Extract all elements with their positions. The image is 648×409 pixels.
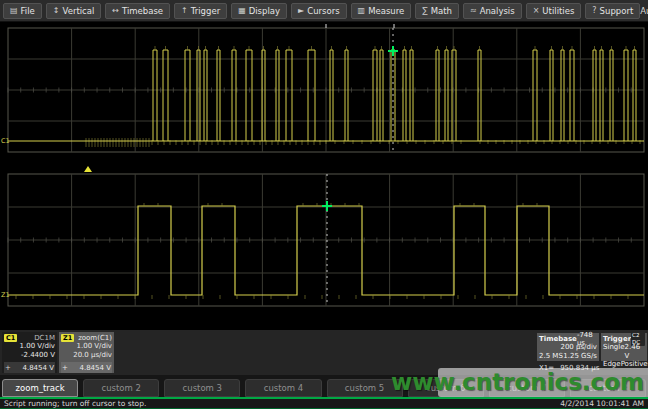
c1-cursor-readout: 4.8454 V [22,364,54,372]
c1-coupling: DC1M [34,334,55,342]
menu-vertical-button[interactable]: ↕Vertical [46,3,102,19]
c1-pulse [550,50,553,141]
menu-label: Support [600,6,634,16]
tab-custom-2[interactable]: custom 2 [83,379,159,397]
waveform-display: C1Z1 [0,22,648,330]
menu-label: Cursors [307,6,339,16]
menu-file-button[interactable]: ▤File [3,3,42,19]
c1-pulse [452,50,456,141]
trigger-delay-marker [84,166,92,172]
menu-trigger-button[interactable]: ↑Trigger [174,3,227,19]
c1-pulse [533,50,537,141]
menu-label: File [21,6,35,16]
c1-pulse [217,50,220,141]
timebase-rate: 1.25 GS/s [563,352,597,361]
track-cursor-icon: + [62,364,68,372]
trigger-mode: Single [603,343,625,360]
menu-analysis-button[interactable]: ≈Analysis [463,3,522,19]
c1-offset: -2.4400 V [4,351,55,360]
status-message: Script running; turn off cursor to stop. [4,399,146,408]
cursors-icon: ► [298,7,304,15]
c1-pulse [600,50,603,141]
menu-measure-button[interactable]: ▥Measure [351,3,412,19]
c1-trace-label: C1 [1,137,10,145]
tab-custom-4[interactable]: custom 4 [245,379,321,397]
c1-pulse [185,50,190,141]
status-bar: Script running; turn off cursor to stop.… [0,397,648,409]
menu-bar: ▤File↕Vertical↔Timebase↑Trigger▦Display►… [0,0,648,22]
timebase-scale: 200 µs/div [560,343,597,352]
c1-pulse [246,50,252,141]
channel-c1-descriptor[interactable]: C1 DC1M 1.00 V/div -2.4400 V + 4.8454 V [2,332,57,373]
c1-pulse [232,50,236,141]
trigger-icon: ↑ [181,7,188,15]
support-icon: ? [592,7,596,15]
c1-pulse [153,50,157,141]
timebase-title: Timebase [539,335,577,343]
c1-scale: 1.00 V/div [4,342,55,351]
c1-pulse [163,50,168,141]
menu-label: Display [249,6,280,16]
utilities-icon: × [533,7,540,15]
timebase-samples: 2.5 MS [539,352,563,361]
c1-pulse [262,50,265,141]
menu-utilities-button[interactable]: ×Utilities [526,3,582,19]
c1-pulse [380,50,383,141]
z1-source: zoom(C1) [78,334,112,342]
c1-pulse [276,50,279,141]
analysis-icon: ≈ [470,7,477,15]
c1-pulse [610,50,613,141]
c1-pulse [478,50,481,141]
c1-pulse [373,50,377,141]
status-datetime: 4/2/2014 10:01:41 AM [560,399,644,408]
c1-pulse [445,50,448,141]
c1-pulse [308,50,315,141]
c1-pulse [410,50,413,141]
tab-zoom_track[interactable]: zoom_track [2,379,78,397]
menu-label: Timebase [122,6,163,16]
measure-icon: ▥ [358,7,366,15]
c1-pulse [403,50,406,141]
c1-pulse [286,50,292,141]
c1-pulse [624,50,628,141]
c1-pulse [570,50,574,141]
c1-pulse [330,50,333,141]
timebase-descriptor[interactable]: Timebase -748 µs 200 µs/div 2.5 MS 1.25 … [537,333,599,361]
watermark: www.cntronics.com [391,369,644,395]
oscilloscope-screen: ▤File↕Vertical↔Timebase↑Trigger▦Display►… [0,0,648,409]
menu-display-button[interactable]: ▦Display [231,3,287,19]
math-icon: ∑ [422,7,427,15]
tab-custom-3[interactable]: custom 3 [164,379,240,397]
track-cursor-icon: + [5,364,11,372]
menu-cursors-button[interactable]: ►Cursors [291,3,347,19]
z1-badge: Z1 [61,334,74,342]
c1-pulse [633,50,636,141]
c1-pulse [561,50,564,141]
waveform-area: C1Z1 [0,22,648,330]
menu-support-button[interactable]: ?Support [585,3,640,19]
menu-label: Analysis [480,6,515,16]
trigger-title: Trigger [603,335,631,343]
c1-pulse [436,50,439,141]
c1-pulse [593,50,596,141]
autoset-button[interactable]: Autoset [640,6,648,16]
timebase-icon: ↔ [112,7,119,15]
display-icon: ▦ [238,7,246,15]
menu-label: Trigger [191,6,220,16]
vertical-icon: ↕ [53,7,60,15]
z1-scale: 1.00 V/div [61,342,112,351]
menu-label: Vertical [63,6,95,16]
zoom-z1-descriptor[interactable]: Z1 zoom(C1) 1.00 V/div 20.0 µs/div + 4.8… [59,332,114,373]
c1-pulse [345,50,348,141]
file-icon: ▤ [10,7,18,15]
menu-label: Utilities [542,6,574,16]
trigger-descriptor[interactable]: Trigger C2 DC Single 2.46 V Edge Positiv… [601,333,647,361]
menu-timebase-button[interactable]: ↔Timebase [105,3,170,19]
z1-trace-label: Z1 [1,291,10,299]
trigger-level: 2.46 V [625,343,645,360]
menu-label: Math [431,6,452,16]
menu-math-button[interactable]: ∑Math [415,3,459,19]
z1-cursor-readout: 4.8454 V [79,364,111,372]
menu-label: Measure [368,6,404,16]
z1-timebase: 20.0 µs/div [61,351,112,360]
